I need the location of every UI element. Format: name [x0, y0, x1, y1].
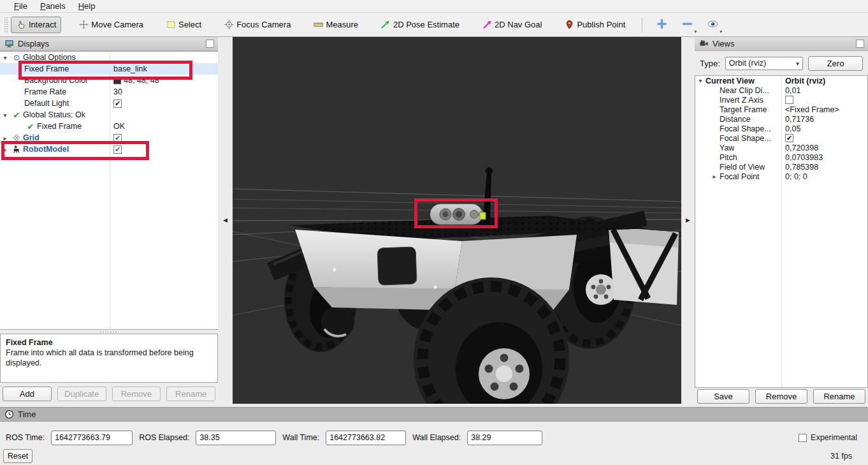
property-value[interactable]: 30 — [113, 87, 122, 96]
checkbox-checked[interactable]: ✔ — [785, 134, 793, 142]
toolbar-plus-icon[interactable] — [651, 16, 672, 34]
tool-select[interactable]: Select — [161, 17, 206, 33]
collapse-icon[interactable]: ▾ — [0, 112, 10, 119]
views-panel-header[interactable]: Views — [695, 37, 868, 51]
view-type-combobox[interactable]: Orbit (rviz) ▾ — [725, 57, 803, 70]
displays-panel: Displays ▾⚙Global OptionsFixed Framebase… — [0, 37, 218, 407]
value-text: 0,0703983 — [785, 153, 823, 162]
chevron-down-icon[interactable]: ▾ — [720, 29, 722, 34]
tree-row-target-frame[interactable]: Target Frame<Fixed Frame> — [695, 105, 867, 114]
tool-label: Move Camera — [91, 20, 143, 29]
tool-measure[interactable]: Measure — [308, 17, 363, 33]
remove-button[interactable]: Remove — [755, 389, 807, 404]
expand-icon[interactable]: ▸ — [709, 173, 720, 180]
tool-label: Measure — [326, 20, 358, 29]
displays-float-button[interactable] — [206, 40, 214, 48]
tree-row-current-view[interactable]: ▾Current ViewOrbit (rviz) — [695, 76, 867, 85]
checkbox-checked[interactable]: ✔ — [113, 134, 122, 142]
tree-row-fixed-frame[interactable]: ✔Fixed FrameOK — [0, 121, 218, 132]
fps-counter: 31 fps — [830, 452, 852, 461]
menu-help[interactable]: Help — [72, 1, 102, 11]
tool-move-camera[interactable]: Move Camera — [73, 17, 148, 33]
tree-row-yaw[interactable]: Yaw0,720398 — [695, 143, 867, 152]
menu-file[interactable]: File — [8, 1, 34, 11]
property-value[interactable]: 0,05 — [785, 124, 800, 133]
tree-row-fixed-frame[interactable]: Fixed Framebase_link — [0, 63, 218, 75]
property-value[interactable]: base_link — [113, 64, 147, 73]
save-button[interactable]: Save — [697, 389, 749, 404]
rename-button[interactable]: Rename — [813, 389, 865, 404]
tree-row-default-light[interactable]: Default Light✔ — [0, 98, 218, 109]
displays-panel-header[interactable]: Displays — [0, 37, 218, 51]
property-value[interactable]: ✔ — [785, 134, 793, 142]
chevron-down-icon[interactable]: ▾ — [694, 29, 697, 34]
value-text: <Fixed Frame> — [785, 105, 839, 114]
experimental-checkbox-box[interactable] — [799, 434, 807, 442]
property-value[interactable]: Orbit (rviz) — [785, 77, 825, 85]
checkbox-checked[interactable]: ✔ — [113, 145, 122, 154]
property-name: Fixed Frame — [24, 64, 69, 73]
toolbar-eye-icon[interactable]: ▾ — [702, 16, 723, 34]
zero-button[interactable]: Zero — [808, 56, 863, 71]
time-panel-header[interactable]: Time — [0, 408, 868, 422]
tree-row-robotmodel[interactable]: ▸RobotModel✔ — [0, 144, 218, 155]
tool-2d-pose-estimate[interactable]: 2D Pose Estimate — [375, 17, 465, 33]
menu-panels[interactable]: Panels — [34, 1, 72, 11]
property-value[interactable]: 0,785398 — [785, 163, 818, 172]
experimental-checkbox[interactable]: Experimental — [799, 433, 857, 442]
ros-time-field[interactable] — [51, 431, 133, 445]
value-text: 0,71736 — [785, 115, 814, 124]
ros-elapsed-field[interactable] — [196, 431, 276, 445]
render-viewport[interactable] — [233, 37, 681, 404]
expand-icon[interactable]: ▸ — [0, 146, 10, 153]
tree-row-pitch[interactable]: Pitch0,0703983 — [695, 152, 867, 162]
views-float-button[interactable] — [856, 40, 864, 48]
property-value[interactable]: 0,720398 — [785, 144, 818, 152]
tree-row-focal-shape[interactable]: Focal Shape...0,05 — [695, 124, 867, 133]
tree-row-focal-point[interactable]: ▸Focal Point0; 0; 0 — [695, 172, 867, 181]
tree-row-focal-shape[interactable]: Focal Shape...✔ — [695, 133, 867, 143]
tree-row-grid[interactable]: ▸Grid✔ — [0, 132, 218, 144]
property-value[interactable]: 0; 0; 0 — [785, 172, 807, 181]
tree-row-global-options[interactable]: ▾⚙Global Options — [0, 52, 218, 63]
checkbox-unchecked[interactable] — [785, 96, 793, 104]
property-value[interactable]: 0,71736 — [785, 115, 814, 124]
left-splitter[interactable]: ◀ — [218, 37, 233, 407]
tree-row-near-clip-di[interactable]: Near Clip Di...0,01 — [695, 85, 867, 95]
property-value[interactable]: 48; 48; 48 — [113, 76, 159, 85]
tool-publish-point[interactable]: Publish Point — [559, 17, 630, 33]
gear-icon: ⚙ — [10, 54, 23, 62]
collapse-icon[interactable]: ▾ — [0, 54, 10, 61]
reset-button[interactable]: Reset — [3, 449, 33, 463]
collapse-right-icon[interactable]: ▶ — [686, 217, 690, 223]
tree-row-invert-z-axis[interactable]: Invert Z Axis — [695, 95, 867, 105]
add-button[interactable]: Add — [3, 387, 52, 401]
checkbox-checked[interactable]: ✔ — [113, 100, 122, 108]
property-value[interactable]: 0,0703983 — [785, 153, 823, 162]
property-value[interactable]: ✔ — [113, 145, 122, 154]
property-value[interactable]: 0,01 — [785, 86, 800, 95]
tree-row-frame-rate[interactable]: Frame Rate30 — [0, 86, 218, 98]
tree-row-distance[interactable]: Distance0,71736 — [695, 114, 867, 124]
property-value[interactable]: OK — [113, 122, 125, 131]
tool-interact[interactable]: Interact — [11, 17, 61, 33]
tool-2d-nav-goal[interactable]: 2D Nav Goal — [477, 17, 547, 33]
property-value[interactable] — [785, 96, 793, 104]
collapse-icon[interactable]: ▾ — [695, 77, 705, 84]
property-value[interactable]: ✔ — [113, 100, 122, 108]
3d-scene — [233, 37, 681, 404]
tree-row-field-of-view[interactable]: Field of View0,785398 — [695, 162, 867, 172]
wall-elapsed-field[interactable] — [467, 431, 542, 445]
toolbar-minus-icon[interactable]: ▾ — [677, 16, 697, 34]
toolbar-drag-handle[interactable] — [4, 17, 8, 33]
tool-focus-camera[interactable]: Focus Camera — [219, 17, 296, 33]
right-splitter[interactable]: ▶ — [681, 37, 695, 407]
views-icon — [698, 39, 709, 49]
collapse-left-icon[interactable]: ◀ — [223, 217, 228, 223]
expand-icon[interactable]: ▸ — [0, 135, 10, 142]
property-value[interactable]: ✔ — [113, 134, 122, 142]
property-value[interactable]: <Fixed Frame> — [785, 105, 839, 114]
tree-row-background-color[interactable]: Background Color48; 48; 48 — [0, 75, 218, 86]
tree-row-global-status-ok[interactable]: ▾✔Global Status: Ok — [0, 109, 218, 121]
wall-time-field[interactable] — [326, 431, 406, 445]
